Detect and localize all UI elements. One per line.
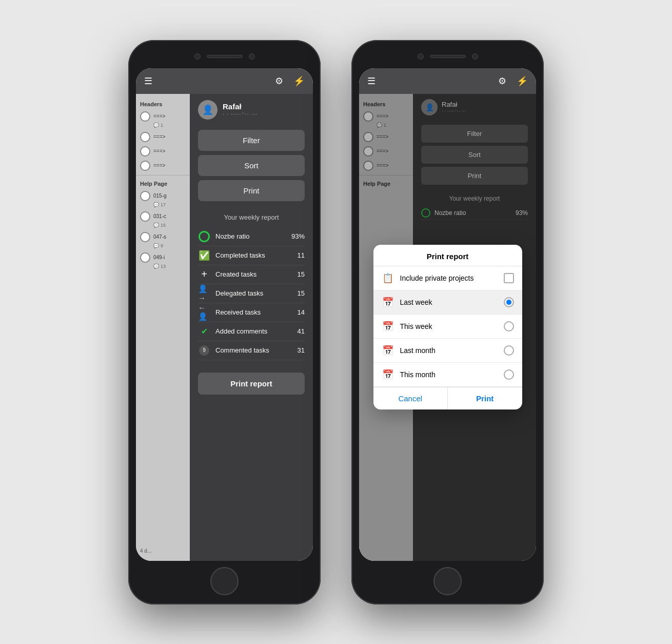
dialog-option-last-week[interactable]: 📅 Last week xyxy=(373,290,522,315)
dialog-option-this-month[interactable]: 📅 This month xyxy=(373,363,522,387)
front-camera-2 xyxy=(418,53,424,60)
task-text: 015-g xyxy=(153,193,167,199)
dialog-option-private-projects[interactable]: 📋 Include private projects xyxy=(373,266,522,290)
task-circle xyxy=(140,232,150,242)
print-report-button-1[interactable]: Print report xyxy=(198,373,305,395)
task-circle xyxy=(140,146,150,157)
sort-button-1[interactable]: Sort xyxy=(198,155,305,176)
comment-count: 9 xyxy=(161,243,163,248)
report-label-added-comments: Added comments xyxy=(215,327,292,335)
last-week-radio[interactable] xyxy=(504,297,514,307)
report-item-received: ←👤 Received tasks 14 xyxy=(198,303,305,322)
phone-top-bar-2 xyxy=(359,48,536,66)
report-count-commented-tasks: 31 xyxy=(298,346,305,354)
phone-screen-2: ☰ ⚙ ⚡ Headers ===> 💬1 ===> ===> xyxy=(359,68,536,561)
report-label-completed: Completed tasks xyxy=(215,251,292,259)
commented-tasks-icon: 9 xyxy=(198,344,210,357)
front-camera-1 xyxy=(194,53,201,60)
report-item-delegated: 👤→ Delegated tasks 15 xyxy=(198,284,305,303)
this-week-label: This week xyxy=(400,322,498,330)
comment-icon: 💬 xyxy=(153,223,159,228)
task-text: ===> xyxy=(153,134,165,140)
report-item-added-comments: ✔ Added comments 41 xyxy=(198,322,305,341)
this-week-radio[interactable] xyxy=(504,321,514,331)
speaker-1 xyxy=(207,55,243,58)
report-item-commented-tasks: 9 Commented tasks 31 xyxy=(198,341,305,360)
list-item[interactable]: 047-s 💬9 xyxy=(136,230,190,250)
list-item[interactable]: 031-c 💬15 xyxy=(136,209,190,230)
filter-button-1[interactable]: Filter xyxy=(198,130,305,151)
dialog-title: Print report xyxy=(373,245,522,266)
created-icon: + xyxy=(198,268,210,281)
last-month-label: Last month xyxy=(400,346,498,355)
sidebar-divider xyxy=(136,175,190,175)
this-month-radio[interactable] xyxy=(504,369,514,380)
private-projects-checkbox[interactable] xyxy=(504,273,514,283)
phone-bottom-2 xyxy=(359,566,536,597)
task-circle xyxy=(140,191,150,201)
added-comments-icon: ✔ xyxy=(198,325,210,338)
last-month-radio[interactable] xyxy=(504,345,514,356)
task-circle xyxy=(140,161,150,171)
list-item[interactable]: 049-i 💬13 xyxy=(136,250,190,271)
dropdown-panel-1: 👤 Rafał · · ·····⁻·· ··· Filter Sort Pri… xyxy=(190,94,313,561)
user-row-1: 👤 Rafał · · ·····⁻·· ··· xyxy=(190,94,313,126)
report-item-created: + Created tasks 15 xyxy=(198,265,305,284)
home-button-1[interactable] xyxy=(210,567,239,595)
sensor-1 xyxy=(249,53,255,60)
last-month-icon: 📅 xyxy=(382,345,394,356)
task-text: ===> xyxy=(153,163,165,168)
this-month-label: This month xyxy=(400,370,498,379)
report-count-completed: 11 xyxy=(298,251,305,259)
private-projects-icon: 📋 xyxy=(382,272,394,284)
dialog-option-this-week[interactable]: 📅 This week xyxy=(373,315,522,339)
comment-icon: 💬 xyxy=(153,123,159,128)
lightning-icon-2[interactable]: ⚡ xyxy=(517,75,528,87)
last-week-icon: 📅 xyxy=(382,297,394,308)
report-label-nozbe-ratio: Nozbe ratio xyxy=(215,232,286,240)
report-label-created: Created tasks xyxy=(215,270,292,278)
report-item-nozbe-ratio: Nozbe ratio 93% xyxy=(198,227,305,246)
comment-icon: 💬 xyxy=(153,264,159,269)
report-count-delegated: 15 xyxy=(298,289,305,297)
settings-icon-1[interactable]: ⚙ xyxy=(275,75,283,87)
menu-icon-2[interactable]: ☰ xyxy=(367,75,375,87)
report-count-created: 15 xyxy=(298,270,305,278)
list-item[interactable]: ===> xyxy=(136,159,190,173)
list-item[interactable]: ===> xyxy=(136,130,190,144)
settings-icon-2[interactable]: ⚙ xyxy=(498,75,506,87)
list-item[interactable]: ===> xyxy=(136,144,190,159)
task-text: 047-s xyxy=(153,234,166,240)
menu-icon-1[interactable]: ☰ xyxy=(144,75,152,87)
dialog-option-last-month[interactable]: 📅 Last month xyxy=(373,339,522,363)
phone-2: ☰ ⚙ ⚡ Headers ===> 💬1 ===> ===> xyxy=(351,40,544,604)
print-button-1[interactable]: Print xyxy=(198,180,305,201)
task-circle xyxy=(140,252,150,263)
user-avatar-1: 👤 xyxy=(198,100,218,120)
list-item[interactable]: ===> 💬1 xyxy=(136,109,190,130)
comment-count: 1 xyxy=(161,123,163,128)
dialog-actions: Cancel Print xyxy=(373,387,522,409)
last-week-radio-inner xyxy=(506,300,511,305)
delegated-icon: 👤→ xyxy=(198,287,210,300)
this-week-icon: 📅 xyxy=(382,321,394,332)
dropdown-menu-buttons-1: Filter Sort Print xyxy=(190,126,313,205)
list-item[interactable]: 015-g 💬17 xyxy=(136,189,190,209)
comment-count: 13 xyxy=(161,264,166,269)
home-button-2[interactable] xyxy=(433,567,462,595)
weekly-report-title-1: Your weekly report xyxy=(198,213,305,221)
task-circle xyxy=(140,211,150,222)
weekly-report-section-1: Your weekly report Nozbe ratio 93% ✅ xyxy=(190,205,313,364)
report-label-commented-tasks: Commented tasks xyxy=(215,346,292,354)
lightning-icon-1[interactable]: ⚡ xyxy=(293,75,305,87)
dialog-print-button[interactable]: Print xyxy=(448,387,522,409)
phone-1: ☰ ⚙ ⚡ Headers ===> 💬1 ===> ===> xyxy=(128,40,321,604)
sidebar-1: Headers ===> 💬1 ===> ===> ===> Help Page xyxy=(136,94,190,561)
report-count-received: 14 xyxy=(298,308,305,316)
task-text: 031-c xyxy=(153,213,166,219)
user-info-1: Rafał · · ·····⁻·· ··· xyxy=(223,102,258,118)
dialog-cancel-button[interactable]: Cancel xyxy=(373,387,448,409)
this-month-icon: 📅 xyxy=(382,369,394,380)
sidebar-section-helppage: Help Page xyxy=(136,178,190,189)
task-text: 049-i xyxy=(153,255,165,260)
